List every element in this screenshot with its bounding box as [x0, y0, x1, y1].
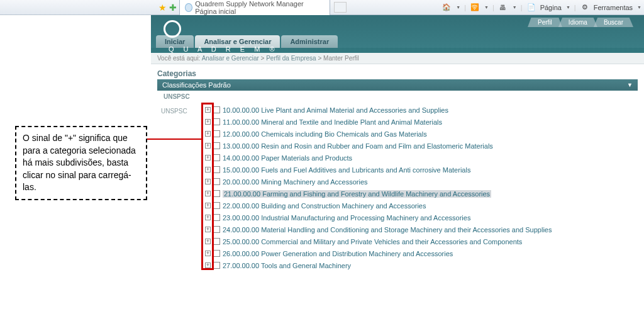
expand-icon[interactable]: + [205, 239, 211, 244]
expand-icon[interactable]: + [205, 107, 211, 113]
category-checkbox[interactable] [213, 106, 220, 113]
favorites-icon[interactable]: ★ [158, 3, 167, 13]
tree-root-label: UNSPSC [161, 108, 187, 115]
tree-row: +20.00.00.00 Mining Machinery and Access… [205, 176, 644, 188]
tree-row: +22.00.00.00 Building and Construction M… [205, 200, 644, 212]
category-checkbox[interactable] [213, 238, 220, 245]
chevron-down-icon[interactable]: ▼ [513, 5, 517, 9]
section-bar[interactable]: Classificações Padrão ▼ [157, 79, 638, 91]
expand-icon[interactable]: + [205, 155, 211, 161]
home-icon[interactable]: 🏠 [441, 3, 452, 13]
breadcrumb: Você está aqui: Analisar e Gerenciar > P… [151, 53, 644, 64]
print-icon[interactable]: 🖶 [498, 3, 508, 13]
browser-tab[interactable]: Quadrem Supply Network Manager Página in… [179, 0, 330, 16]
tree-row: +25.00.00.00 Commercial and Military and… [205, 235, 644, 247]
expand-icon[interactable]: + [205, 167, 211, 172]
top-nav-perfil[interactable]: Perfil [528, 18, 562, 27]
category-checkbox[interactable] [213, 142, 220, 149]
category-link[interactable]: 10.00.00.00 Live Plant and Animal Materi… [223, 106, 448, 114]
top-nav: Perfil Idioma Buscar [530, 18, 631, 27]
browser-tab-title: Quadrem Supply Network Manager Página in… [195, 0, 325, 15]
category-checkbox[interactable] [213, 202, 220, 209]
annotation-connector [147, 138, 201, 140]
category-link[interactable]: 24.00.00.00 Material Handling and Condit… [223, 226, 552, 234]
app-header: Q U A D R E M ® Perfil Idioma Buscar Ini… [151, 15, 644, 53]
breadcrumb-link[interactable]: Analisar e Gerenciar [202, 55, 259, 62]
feeds-icon[interactable]: 🛜 [470, 3, 480, 13]
expand-icon[interactable]: + [205, 143, 211, 149]
brand-name: Q U A D R E M ® [169, 45, 279, 53]
category-checkbox[interactable] [213, 130, 220, 137]
category-tree: UNSPSC +10.00.00.00 Live Plant and Anima… [151, 104, 644, 271]
chevron-down-icon[interactable]: ▼ [637, 5, 641, 9]
section-bar-label: Classificações Padrão [162, 81, 231, 89]
category-checkbox[interactable] [213, 214, 220, 221]
annotation-text: O sinal de "+" significa que para a cate… [23, 133, 136, 192]
expand-icon[interactable]: + [205, 251, 211, 256]
tree-row: +26.00.00.00 Power Generation and Distri… [205, 247, 644, 259]
category-checkbox[interactable] [213, 154, 220, 161]
tools-menu-label[interactable]: Ferramentas [594, 4, 633, 11]
category-checkbox[interactable] [213, 166, 220, 173]
tree-row: +13.00.00.00 Resin and Rosin and Rubber … [205, 140, 644, 152]
category-link[interactable]: 23.00.00.00 Industrial Manufacturing and… [223, 214, 470, 222]
section-title: Categorias [157, 69, 638, 78]
category-link[interactable]: 13.00.00.00 Resin and Rosin and Rubber a… [223, 142, 493, 150]
expand-icon[interactable]: + [205, 191, 211, 196]
expand-icon[interactable]: + [205, 215, 211, 220]
tab-administrar[interactable]: Administrar [281, 35, 338, 48]
breadcrumb-prefix: Você está aqui: [157, 55, 200, 62]
logo-ring-icon [164, 20, 181, 38]
category-link[interactable]: 14.00.00.00 Paper Materials and Products [223, 154, 352, 162]
category-link[interactable]: 11.00.00.00 Mineral and Textile and Ined… [223, 118, 442, 126]
category-link[interactable]: 22.00.00.00 Building and Construction Ma… [223, 202, 426, 210]
category-link[interactable]: 27.00.00.00 Tools and General Machinery [223, 262, 351, 269]
category-checkbox[interactable] [213, 226, 220, 233]
chevron-down-icon[interactable]: ▼ [456, 5, 460, 9]
category-link[interactable]: 12.00.00.00 Chemicals including Bio Chem… [223, 130, 427, 138]
category-link[interactable]: 25.00.00.00 Commercial and Military and … [223, 238, 522, 246]
category-link[interactable]: 26.00.00.00 Power Generation and Distrib… [223, 250, 453, 257]
page-menu-label[interactable]: Página [540, 4, 562, 11]
category-checkbox[interactable] [213, 118, 220, 125]
tree-row: +24.00.00.00 Material Handling and Condi… [205, 223, 644, 235]
category-link[interactable]: 21.00.00.00 Farming and Fishing and Fore… [223, 190, 491, 198]
tree-row: +14.00.00.00 Paper Materials and Product… [205, 152, 644, 164]
tree-row: +15.00.00.00 Fuels and Fuel Additives an… [205, 164, 644, 176]
breadcrumb-link[interactable]: Perfil da Empresa [266, 55, 316, 62]
category-link[interactable]: 15.00.00.00 Fuels and Fuel Additives and… [223, 166, 470, 174]
page-icon [185, 3, 192, 12]
top-nav-buscar[interactable]: Buscar [594, 18, 633, 27]
expand-icon[interactable]: + [205, 179, 211, 184]
chevron-down-icon[interactable]: ▼ [566, 5, 570, 9]
category-checkbox[interactable] [213, 250, 220, 257]
expand-icon[interactable]: + [205, 203, 211, 208]
tree-row: +10.00.00.00 Live Plant and Animal Mater… [205, 104, 644, 116]
top-nav-idioma[interactable]: Idioma [558, 18, 597, 27]
add-favorite-icon[interactable]: ✚ [169, 3, 177, 13]
category-checkbox[interactable] [213, 178, 220, 185]
category-checkbox[interactable] [213, 262, 220, 269]
subsection-label: UNSPSC [157, 91, 638, 103]
expand-icon[interactable]: + [205, 227, 211, 232]
tree-row: +23.00.00.00 Industrial Manufacturing an… [205, 212, 644, 223]
tree-row: +21.00.00.00 Farming and Fishing and For… [205, 188, 644, 200]
tree-row: +11.00.00.00 Mineral and Textile and Ine… [205, 116, 644, 128]
new-tab-button[interactable] [334, 2, 347, 13]
chevron-down-icon[interactable]: ▼ [484, 5, 489, 9]
app-frame: Q U A D R E M ® Perfil Idioma Buscar Ini… [151, 15, 644, 333]
page-menu-icon: 📄 [526, 3, 536, 13]
category-checkbox[interactable] [213, 190, 220, 197]
browser-toolbar: ★ ✚ Quadrem Supply Network Manager Págin… [0, 0, 644, 15]
expand-icon[interactable]: + [205, 262, 211, 268]
annotation-callout: O sinal de "+" significa que para a cate… [15, 126, 147, 200]
expand-icon[interactable]: + [205, 131, 211, 137]
breadcrumb-current: Manter Perfil [323, 55, 359, 62]
chevron-down-icon[interactable]: ▼ [627, 82, 633, 88]
category-link[interactable]: 20.00.00.00 Mining Machinery and Accesso… [223, 178, 368, 186]
expand-icon[interactable]: + [205, 119, 211, 125]
tree-row: +12.00.00.00 Chemicals including Bio Che… [205, 128, 644, 140]
tree-row: +27.00.00.00 Tools and General Machinery [205, 259, 644, 271]
brand-logo: Q U A D R E M ® [164, 20, 279, 53]
tools-icon: ⚙ [580, 3, 590, 13]
